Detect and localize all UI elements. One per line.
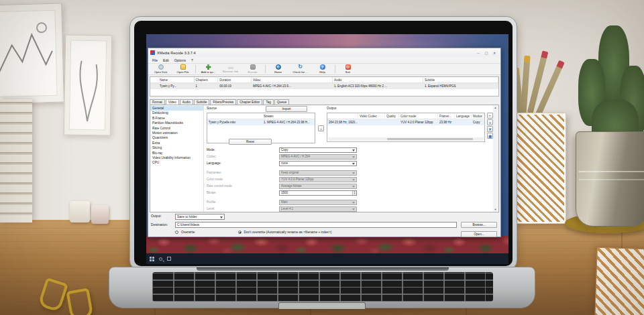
- chevron-down-icon: [352, 172, 355, 174]
- maximize-button[interactable]: ▢: [482, 50, 490, 56]
- overwrite-radio[interactable]: [175, 231, 178, 234]
- color-mode-row: Color mode: YUV 4:2:0 Planar 12bpp: [207, 176, 488, 182]
- output-mode-select[interactable]: Save to folder: [175, 214, 225, 220]
- close-button[interactable]: ✕: [490, 50, 498, 56]
- tab-subtitle[interactable]: Subtitle: [194, 99, 210, 105]
- job-list-header: Name Chapters Duration Video Audio Subti…: [150, 77, 498, 83]
- laptop-trackpad: [278, 302, 366, 309]
- source-stream-row[interactable]: Tywin y Pycelle.mkv 1. MPEG-4 AVC / H.26…: [207, 119, 315, 125]
- bitrate-spinner[interactable]: 1500▲▼: [279, 190, 357, 196]
- overwrite-options: Overwrite Don't overwrite (Automatically…: [175, 231, 331, 234]
- sidebar-item-vui[interactable]: Video Usability Information: [150, 155, 203, 160]
- output-table-header: Video Codec Quality Color mode Framer...…: [327, 113, 484, 119]
- add-to-queue-button[interactable]: Add to qu...: [197, 64, 219, 74]
- remove-job-button[interactable]: Remove Job: [219, 64, 241, 74]
- tab-tag[interactable]: Tag: [263, 99, 274, 105]
- washi-tape-roll: [70, 201, 90, 223]
- sidebar-item-b-frame[interactable]: B-Frame: [150, 116, 203, 121]
- move-stream-button[interactable]: ›: [318, 125, 324, 131]
- sidebar-item-deblocking[interactable]: Deblocking: [150, 111, 203, 115]
- panel-vertical-scrollbar[interactable]: ▲▼: [493, 106, 498, 211]
- open-button[interactable]: Open...: [461, 231, 497, 237]
- menu-options[interactable]: Options: [172, 58, 189, 62]
- remove-stream-button[interactable]: −: [487, 113, 493, 119]
- tab-audio[interactable]: Audio: [180, 99, 193, 105]
- sidebar-item-cpu[interactable]: CPU: [150, 160, 203, 165]
- spinner-arrows-icon[interactable]: ▲▼: [352, 191, 356, 195]
- add-stream-button[interactable]: +: [487, 119, 493, 125]
- desk-photo-scene: XMedia Recode 3.3.7.4 ─ ▢ ✕ File Edit Op…: [0, 0, 644, 315]
- sidebar-item-slicing[interactable]: Slicing: [150, 145, 203, 150]
- destination-input[interactable]: [175, 222, 457, 228]
- tab-bar: Format Video Audio Subtitle Filters/Prev…: [148, 97, 500, 105]
- language-select[interactable]: none: [279, 161, 357, 166]
- help-icon: ?: [320, 64, 325, 70]
- refresh-icon: ↻: [298, 64, 303, 70]
- sidebar-item-extra[interactable]: Extra: [150, 141, 203, 145]
- check-updates-button[interactable]: ↻ Check for ...: [289, 64, 311, 74]
- import-button[interactable]: Import: [266, 106, 307, 112]
- sidebar-item-blu-ray[interactable]: Blu-ray: [150, 151, 203, 155]
- chevron-down-icon: [352, 179, 355, 181]
- mode-select[interactable]: Copy: [279, 147, 357, 153]
- disk-icon: [158, 64, 164, 70]
- folder-icon: [180, 64, 186, 70]
- encode-button[interactable]: Encode: [241, 64, 264, 74]
- toolbar-separator: [195, 65, 196, 73]
- stacked-books: [0, 99, 32, 223]
- washi-tape-roll: [91, 205, 109, 224]
- menu-edit[interactable]: Edit: [160, 58, 172, 62]
- home-button[interactable]: Home: [267, 64, 289, 74]
- rate-control-select: Average bitrate: [279, 184, 357, 189]
- stream-grid-button[interactable]: ▦: [487, 133, 493, 139]
- menu-file[interactable]: File: [150, 58, 160, 62]
- level-row: Level: Level 4.1: [207, 206, 488, 212]
- search-icon[interactable]: [159, 257, 162, 261]
- tab-format[interactable]: Format: [150, 99, 165, 105]
- reset-button[interactable]: Reset: [229, 139, 272, 145]
- clear-streams-button[interactable]: ✕: [487, 126, 493, 132]
- chevron-down-icon: [220, 216, 223, 218]
- globe-icon: [276, 64, 281, 70]
- output-stream-row[interactable]: 264 23,98 Hz, 1920... YUV 4:2:0 Planar 1…: [327, 119, 484, 125]
- scroll-up-icon[interactable]: ▲: [494, 106, 497, 109]
- app-icon: [150, 50, 155, 55]
- laptop-base: [109, 267, 535, 308]
- output-group-label: Output: [327, 107, 336, 110]
- toolbar-separator: [265, 65, 266, 73]
- sidebar-item-partition-macroblocks[interactable]: Partition Macroblocks: [150, 121, 203, 125]
- start-button[interactable]: [150, 257, 154, 261]
- menu-help[interactable]: ?: [189, 58, 196, 62]
- remove-icon: [228, 67, 233, 69]
- source-group-label: Source: [207, 107, 217, 110]
- dont-overwrite-radio[interactable]: [238, 231, 241, 234]
- sidebar-item-motion-estimation[interactable]: Motion estimation: [150, 131, 203, 135]
- exit-button[interactable]: O Exit: [337, 64, 359, 74]
- task-view-icon[interactable]: [167, 257, 171, 261]
- picture-frame-second: [64, 34, 113, 135]
- source-table-header: Stream: [207, 113, 315, 119]
- tab-chapter-editor[interactable]: Chapter Editor: [237, 99, 262, 105]
- open-disk-button[interactable]: Open Disk: [150, 64, 172, 74]
- output-label: Output:: [151, 214, 162, 218]
- sidebar-item-general[interactable]: General: [150, 106, 203, 111]
- help-button[interactable]: ? Help: [311, 64, 333, 74]
- chevron-down-icon: [352, 208, 355, 210]
- output-horizontal-scrollbar[interactable]: [328, 137, 484, 141]
- tab-filters-preview[interactable]: Filters/Preview: [210, 99, 236, 105]
- open-file-button[interactable]: Open File: [172, 64, 194, 74]
- sidebar-item-quantizers[interactable]: Quantizers: [150, 135, 203, 140]
- sidebar-item-rate-control[interactable]: Rate Control: [150, 126, 203, 131]
- window-titlebar[interactable]: XMedia Recode 3.3.7.4 ─ ▢ ✕: [148, 48, 500, 57]
- minimize-button[interactable]: ─: [474, 50, 482, 56]
- toolbar-separator: [335, 65, 335, 73]
- chevron-down-icon: [352, 202, 355, 204]
- framerate-select: Keep original: [279, 170, 357, 176]
- profile-row: Profile: Main: [207, 199, 488, 205]
- cactus-plant: [578, 25, 644, 146]
- job-row[interactable]: Tywin y Py... 1 00:00:19 MPEG-4 AVC / H.…: [150, 83, 498, 89]
- xmedia-recode-window: XMedia Recode 3.3.7.4 ─ ▢ ✕ File Edit Op…: [148, 48, 501, 237]
- browse-button[interactable]: Browse...: [461, 222, 497, 228]
- tab-queue[interactable]: Queue: [274, 99, 289, 105]
- scroll-down-icon[interactable]: ▼: [494, 208, 497, 211]
